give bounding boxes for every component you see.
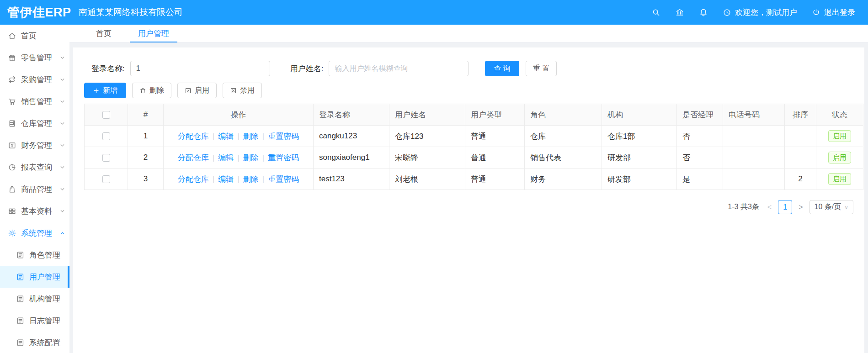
search-icon[interactable] bbox=[651, 8, 660, 17]
list-icon bbox=[16, 338, 25, 347]
row-checkbox[interactable] bbox=[102, 175, 110, 183]
prev-page-button[interactable]: < bbox=[766, 203, 773, 211]
login-name-label: 登录名称: bbox=[91, 63, 125, 74]
top-bar: 管伊佳ERP 南通某某网络科技有限公司 欢迎您，测试用户 退出登录 bbox=[0, 0, 868, 25]
sidebar-item-roles[interactable]: 角色管理 bbox=[0, 244, 69, 266]
delete-button[interactable]: 删除 bbox=[132, 83, 171, 98]
sidebar-item-orgs[interactable]: 机构管理 bbox=[0, 288, 69, 310]
sidebar-item-basedata[interactable]: 基本资料 bbox=[0, 200, 69, 222]
column-header: 操作 bbox=[164, 104, 314, 126]
list-icon bbox=[16, 251, 25, 259]
sidebar-item-logs[interactable]: 日志管理 bbox=[0, 310, 69, 332]
table-row: 1分配仓库|编辑|删除|重置密码cangku123仓库123普通仓库仓库1部否启… bbox=[85, 126, 863, 147]
delete-link[interactable]: 删除 bbox=[243, 175, 259, 184]
edit-link[interactable]: 编辑 bbox=[218, 132, 234, 141]
tab-user-management[interactable]: 用户管理 bbox=[130, 25, 177, 42]
reset-password-link[interactable]: 重置密码 bbox=[268, 132, 299, 141]
select-all-checkbox[interactable] bbox=[102, 111, 110, 119]
sidebar-item-goods[interactable]: 商品管理 bbox=[0, 178, 69, 200]
app-logo: 管伊佳ERP bbox=[0, 4, 77, 21]
status-badge: 启用 bbox=[828, 130, 851, 142]
tab-home[interactable]: 首页 bbox=[88, 25, 120, 42]
column-header: # bbox=[128, 104, 164, 126]
pagination: 1-3 共3条 < 1 > 10 条/页 ∨ bbox=[84, 200, 853, 214]
sidebar-item-sales[interactable]: 销售管理 bbox=[0, 90, 69, 112]
list-icon bbox=[16, 295, 25, 303]
query-button[interactable]: 查 询 bbox=[485, 61, 519, 76]
column-header: 角色 bbox=[525, 104, 602, 126]
add-button[interactable]: 新增 bbox=[84, 83, 126, 98]
row-checkbox[interactable] bbox=[102, 154, 110, 162]
sidebar-item-purchase[interactable]: 采购管理 bbox=[0, 68, 69, 90]
cell-manager: 是 bbox=[677, 169, 723, 190]
cell-org: 研发部 bbox=[602, 169, 677, 190]
sidebar-item-warehouse[interactable]: 仓库管理 bbox=[0, 112, 69, 134]
sidebar-item-retail[interactable]: 零售管理 bbox=[0, 47, 69, 68]
pagination-total: 1-3 共3条 bbox=[728, 202, 759, 212]
chevron-down-icon bbox=[60, 121, 65, 126]
cell-role: 仓库 bbox=[525, 126, 602, 147]
bank-icon[interactable] bbox=[675, 8, 684, 17]
reset-button[interactable]: 重 置 bbox=[526, 61, 557, 76]
sidebar-item-finance[interactable]: 财务管理 bbox=[0, 134, 69, 156]
trash-icon bbox=[139, 87, 146, 94]
edit-link[interactable]: 编辑 bbox=[218, 153, 234, 162]
row-index: 2 bbox=[128, 147, 164, 169]
chevron-down-icon bbox=[60, 99, 65, 104]
gear-icon bbox=[8, 229, 16, 237]
user-name-label: 用户姓名: bbox=[290, 63, 324, 74]
chevron-down-icon bbox=[60, 143, 65, 148]
next-page-button[interactable]: > bbox=[797, 203, 804, 211]
sidebar-item-home[interactable]: 首页 bbox=[0, 25, 69, 47]
column-header: 状态 bbox=[816, 104, 863, 126]
assign-warehouse-link[interactable]: 分配仓库 bbox=[178, 175, 209, 184]
table-header-row: #操作登录名称用户姓名用户类型角色机构是否经理电话号码排序状态 bbox=[85, 104, 863, 126]
delete-link[interactable]: 删除 bbox=[243, 153, 259, 162]
row-actions: 分配仓库|编辑|删除|重置密码 bbox=[164, 126, 314, 147]
user-management-panel: 登录名称: 用户姓名: 查 询 重 置 新增 bbox=[73, 47, 864, 353]
row-actions: 分配仓库|编辑|删除|重置密码 bbox=[164, 169, 314, 190]
cell-name: 刘老根 bbox=[389, 169, 465, 190]
logout-button[interactable]: 退出登录 bbox=[812, 7, 855, 18]
sidebar-item-reports[interactable]: 报表查询 bbox=[0, 156, 69, 178]
money-icon bbox=[8, 141, 16, 150]
column-header: 电话号码 bbox=[723, 104, 785, 126]
user-name-input[interactable] bbox=[329, 61, 469, 76]
cell-type: 普通 bbox=[465, 169, 525, 190]
column-header: 用户类型 bbox=[465, 104, 525, 126]
plus-icon bbox=[93, 87, 100, 94]
bell-icon[interactable] bbox=[699, 8, 708, 17]
login-name-input[interactable] bbox=[130, 61, 270, 76]
cell-sort bbox=[785, 147, 816, 169]
edit-link[interactable]: 编辑 bbox=[218, 175, 234, 184]
delete-link[interactable]: 删除 bbox=[243, 132, 259, 141]
disable-button[interactable]: 禁用 bbox=[223, 83, 262, 98]
welcome-user[interactable]: 欢迎您，测试用户 bbox=[723, 7, 797, 18]
chevron-down-icon bbox=[60, 187, 65, 192]
grid-icon bbox=[8, 207, 16, 216]
column-header: 是否经理 bbox=[677, 104, 723, 126]
row-index: 3 bbox=[128, 169, 164, 190]
cell-phone bbox=[723, 126, 785, 147]
sidebar-item-system[interactable]: 系统管理 bbox=[0, 222, 69, 244]
current-page-button[interactable]: 1 bbox=[778, 200, 792, 214]
cabinet-icon bbox=[8, 119, 16, 128]
cell-phone bbox=[723, 169, 785, 190]
row-checkbox[interactable] bbox=[102, 132, 110, 140]
cell-org: 研发部 bbox=[602, 147, 677, 169]
sidebar-item-config[interactable]: 系统配置 bbox=[0, 332, 69, 353]
chevron-down-icon bbox=[60, 77, 65, 82]
logout-icon bbox=[812, 8, 820, 17]
reset-password-link[interactable]: 重置密码 bbox=[268, 175, 299, 184]
sidebar-item-users[interactable]: 用户管理 bbox=[0, 266, 69, 288]
gift-icon bbox=[8, 53, 16, 62]
reset-password-link[interactable]: 重置密码 bbox=[268, 153, 299, 162]
assign-warehouse-link[interactable]: 分配仓库 bbox=[178, 132, 209, 141]
enable-button[interactable]: 启用 bbox=[177, 83, 217, 98]
chevron-down-icon: ∨ bbox=[844, 204, 848, 211]
cell-org: 仓库1部 bbox=[602, 126, 677, 147]
chevron-down-icon bbox=[60, 55, 65, 60]
topbar-actions: 欢迎您，测试用户 退出登录 bbox=[651, 7, 868, 18]
assign-warehouse-link[interactable]: 分配仓库 bbox=[178, 153, 209, 162]
page-size-select[interactable]: 10 条/页 ∨ bbox=[809, 200, 853, 214]
